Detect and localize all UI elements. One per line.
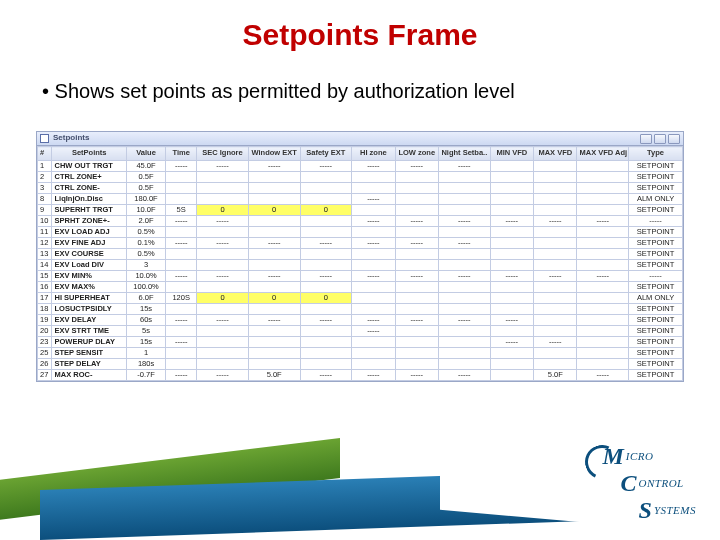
table-cell[interactable]: ----- <box>577 271 629 282</box>
table-cell[interactable]: 14 <box>38 260 52 271</box>
table-cell[interactable] <box>577 161 629 172</box>
table-row[interactable]: 2CTRL ZONE+0.5FSETPOINT <box>38 172 683 183</box>
table-cell[interactable]: 10.0F <box>126 205 165 216</box>
table-row[interactable]: 1CHW OUT TRGT45.0F----------------------… <box>38 161 683 172</box>
table-cell[interactable]: ----- <box>352 315 395 326</box>
table-cell[interactable]: 26 <box>38 359 52 370</box>
table-cell[interactable]: 3 <box>126 260 165 271</box>
setpoint-name-cell[interactable]: SPRHT ZONE+- <box>52 216 126 227</box>
table-cell[interactable] <box>352 293 395 304</box>
table-cell[interactable] <box>166 282 197 293</box>
table-cell[interactable] <box>300 172 352 183</box>
table-cell[interactable] <box>395 304 438 315</box>
table-cell[interactable]: 12 <box>38 238 52 249</box>
table-cell[interactable] <box>438 260 490 271</box>
table-cell[interactable] <box>248 194 300 205</box>
table-cell[interactable] <box>534 161 577 172</box>
table-cell[interactable] <box>490 183 533 194</box>
setpoint-name-cell[interactable]: EXV LOAD ADJ <box>52 227 126 238</box>
table-cell[interactable] <box>534 315 577 326</box>
table-cell[interactable]: ----- <box>248 238 300 249</box>
table-cell[interactable]: 25 <box>38 348 52 359</box>
table-cell[interactable] <box>577 238 629 249</box>
table-cell[interactable] <box>577 205 629 216</box>
col-header[interactable]: MAX VFD Adj <box>577 147 629 161</box>
table-cell[interactable]: ----- <box>490 315 533 326</box>
table-cell[interactable]: ----- <box>248 161 300 172</box>
table-cell[interactable] <box>577 282 629 293</box>
table-row[interactable]: 12EXV FINE ADJ0.1%----------------------… <box>38 238 683 249</box>
table-cell[interactable]: 0.1% <box>126 238 165 249</box>
setpoint-name-cell[interactable]: STEP SENSIT <box>52 348 126 359</box>
table-cell[interactable] <box>300 326 352 337</box>
table-cell[interactable] <box>395 205 438 216</box>
setpoint-name-cell[interactable]: CTRL ZONE+ <box>52 172 126 183</box>
table-cell[interactable]: SETPOINT <box>629 304 683 315</box>
table-cell[interactable]: ----- <box>395 315 438 326</box>
table-cell[interactable]: ----- <box>438 238 490 249</box>
table-cell[interactable]: 18 <box>38 304 52 315</box>
table-cell[interactable]: ----- <box>352 216 395 227</box>
table-cell[interactable]: ----- <box>395 238 438 249</box>
table-cell[interactable] <box>438 205 490 216</box>
table-cell[interactable]: ----- <box>248 315 300 326</box>
table-cell[interactable]: 6.0F <box>126 293 165 304</box>
table-cell[interactable] <box>490 370 533 381</box>
table-cell[interactable] <box>300 359 352 370</box>
table-cell[interactable]: ----- <box>300 370 352 381</box>
table-cell[interactable] <box>248 326 300 337</box>
table-cell[interactable] <box>577 249 629 260</box>
table-cell[interactable] <box>248 216 300 227</box>
table-cell[interactable]: 16 <box>38 282 52 293</box>
table-cell[interactable] <box>490 249 533 260</box>
table-cell[interactable] <box>534 293 577 304</box>
table-cell[interactable] <box>577 172 629 183</box>
table-cell[interactable]: ----- <box>300 315 352 326</box>
col-header[interactable]: MAX VFD <box>534 147 577 161</box>
table-row[interactable]: 26STEP DELAY180sSETPOINT <box>38 359 683 370</box>
table-cell[interactable]: ----- <box>352 271 395 282</box>
table-row[interactable]: 23POWERUP DLAY15s---------------SETPOINT <box>38 337 683 348</box>
table-row[interactable]: 9SUPERHT TRGT10.0F5S000SETPOINT <box>38 205 683 216</box>
table-cell[interactable] <box>248 172 300 183</box>
table-cell[interactable]: 19 <box>38 315 52 326</box>
table-cell[interactable] <box>438 183 490 194</box>
table-cell[interactable]: SETPOINT <box>629 238 683 249</box>
setpoint-name-cell[interactable]: STEP DELAY <box>52 359 126 370</box>
setpoint-name-cell[interactable]: EXV COURSE <box>52 249 126 260</box>
table-cell[interactable] <box>395 194 438 205</box>
table-cell[interactable]: ----- <box>197 271 249 282</box>
setpoint-name-cell[interactable]: CHW OUT TRGT <box>52 161 126 172</box>
table-cell[interactable] <box>248 227 300 238</box>
table-cell[interactable] <box>197 249 249 260</box>
table-cell[interactable]: ----- <box>534 216 577 227</box>
table-cell[interactable]: 15s <box>126 337 165 348</box>
table-cell[interactable] <box>166 348 197 359</box>
table-cell[interactable] <box>577 348 629 359</box>
table-cell[interactable] <box>197 282 249 293</box>
table-cell[interactable]: ----- <box>534 337 577 348</box>
table-cell[interactable] <box>300 249 352 260</box>
table-cell[interactable]: ----- <box>166 370 197 381</box>
table-cell[interactable]: ----- <box>395 271 438 282</box>
table-cell[interactable] <box>490 304 533 315</box>
table-cell[interactable] <box>300 216 352 227</box>
table-cell[interactable]: 180s <box>126 359 165 370</box>
table-cell[interactable]: ----- <box>395 216 438 227</box>
setpoint-name-cell[interactable]: EXV Load DIV <box>52 260 126 271</box>
table-cell[interactable]: 0.5F <box>126 183 165 194</box>
table-cell[interactable]: ----- <box>438 216 490 227</box>
table-cell[interactable] <box>438 293 490 304</box>
table-cell[interactable] <box>248 359 300 370</box>
table-cell[interactable] <box>300 348 352 359</box>
table-cell[interactable]: SETPOINT <box>629 161 683 172</box>
table-cell[interactable] <box>577 304 629 315</box>
table-cell[interactable]: -0.7F <box>126 370 165 381</box>
table-cell[interactable]: SETPOINT <box>629 205 683 216</box>
minimize-button[interactable] <box>640 134 652 144</box>
table-cell[interactable] <box>352 337 395 348</box>
col-header[interactable]: SetPoints <box>52 147 126 161</box>
table-cell[interactable]: 1 <box>38 161 52 172</box>
table-cell[interactable]: 10.0% <box>126 271 165 282</box>
table-cell[interactable]: SETPOINT <box>629 183 683 194</box>
